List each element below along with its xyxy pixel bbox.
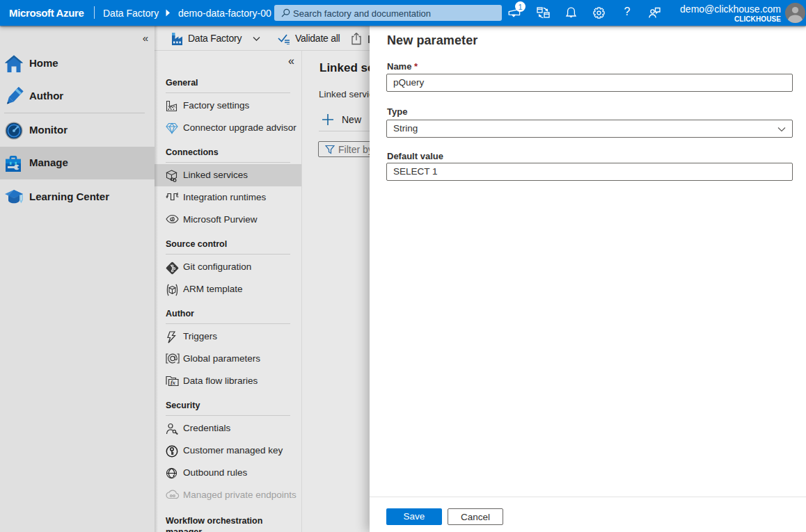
svg-text:fx: fx: [171, 379, 176, 386]
